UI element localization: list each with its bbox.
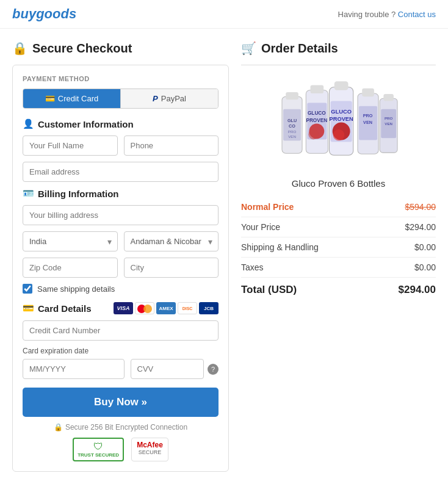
discover-icon: DISC [178,302,197,314]
lock-icon: 🔒 [12,41,27,56]
country-select-wrapper: India United States United Kingdom Canad… [23,231,118,251]
svg-point-20 [333,129,344,141]
svg-text:PROVEN: PROVEN [306,118,327,123]
svg-text:PRO: PRO [287,129,296,134]
email-row [23,162,219,182]
credit-card-icon: 💳 [45,94,55,103]
address-row [23,205,219,225]
payment-method-label: PAYMENT METHOD [23,75,219,82]
name-phone-row [23,135,219,156]
same-shipping-label: Same shipping details [37,284,115,294]
shield-icon: 🛡 [93,441,103,452]
billing-info-title: 🪪 Billing Information [23,188,219,199]
card-details-title: 💳 Card Details [23,303,92,314]
svg-rect-22 [362,88,374,96]
billing-address-input[interactable] [23,205,219,225]
normal-price-row: Normal Price $594.00 [241,197,436,217]
secure-text: 🔒 Secure 256 Bit Encrypted Connection [23,423,219,432]
tab-credit-card[interactable]: 💳 Credit Card [23,89,120,108]
left-panel: 🔒 Secure Checkout PAYMENT METHOD 💳 Credi… [12,41,229,472]
email-input[interactable] [23,162,219,182]
amex-icon: AMEX [156,302,176,314]
taxes-label: Taxes [241,262,264,272]
billing-icon: 🪪 [23,188,34,199]
buy-now-button[interactable]: Buy Now » [23,388,219,417]
svg-rect-27 [383,94,394,101]
logo-goods: goods [36,6,76,21]
same-shipping-checkbox[interactable] [23,284,32,294]
mcafee-sub: SECURE [139,449,162,455]
cvv-wrapper: ? [131,359,219,379]
svg-rect-1 [286,92,298,99]
card-number-row [23,320,219,341]
payment-tabs: 💳 Credit Card P PayPal [23,88,219,109]
lock-secure-icon: 🔒 [54,423,63,432]
total-row: Total (USD) $294.00 [241,278,436,302]
state-select-wrapper: Andaman & Nicobar Maharashtra Delhi Karn… [124,231,219,251]
svg-text:PRO: PRO [363,113,372,118]
security-badges: 🛡 TRUST SECURED McAfee SECURE [23,438,219,461]
svg-text:VEN: VEN [363,120,372,125]
order-details-title: 🛒 Order Details [241,41,436,56]
customer-info-title: 👤 Customer Information [23,118,219,129]
taxes-row: Taxes $0.00 [241,258,436,278]
cvv-help-icon[interactable]: ? [208,364,219,375]
same-shipping-row: Same shipping details [23,284,219,294]
order-divider [241,65,436,65]
zip-input[interactable] [23,258,118,278]
normal-price-value: $594.00 [405,202,436,212]
shipping-value: $0.00 [414,242,436,252]
taxes-value: $0.00 [414,262,436,272]
card-details-icon: 💳 [23,303,34,314]
credit-card-label: Credit Card [58,94,98,103]
visa-icon: VISA [114,302,133,314]
total-label: Total (USD) [241,284,297,296]
right-panel: 🛒 Order Details GLU CO PRO VEN [241,41,436,472]
expiry-input[interactable] [23,359,125,379]
product-image: GLU CO PRO VEN GLUCO PROVEN GL [272,74,406,169]
svg-text:PROVEN: PROVEN [329,116,353,122]
trustguard-badge: 🛡 TRUST SECURED [73,438,124,461]
checkout-title: 🔒 Secure Checkout [12,41,229,56]
product-image-area: GLU CO PRO VEN GLUCO PROVEN GL [241,74,436,171]
svg-text:GLUCO: GLUCO [331,109,352,115]
card-number-input[interactable] [23,320,219,341]
svg-point-13 [308,129,319,140]
contact-link[interactable]: Contact us [398,10,436,19]
mastercard-icon [135,302,154,314]
header-help: Having trouble ? Contact us [338,10,436,19]
state-select[interactable]: Andaman & Nicobar Maharashtra Delhi Karn… [124,231,219,251]
header: buygoods Having trouble ? Contact us [0,0,448,29]
main-container: 🔒 Secure Checkout PAYMENT METHOD 💳 Credi… [0,29,448,484]
paypal-icon: P [153,94,158,103]
svg-text:GLU: GLU [287,118,296,123]
card-expiry-row: ? [23,359,219,379]
city-input[interactable] [124,258,219,278]
product-name: Gluco Proven 6 Bottles [241,178,436,189]
person-icon: 👤 [23,118,34,129]
mcafee-badge: McAfee SECURE [131,438,168,461]
svg-text:GLUCO: GLUCO [307,110,325,116]
svg-text:VEN: VEN [288,134,296,139]
svg-text:CO: CO [289,123,295,129]
card-icons: VISA AMEX DISC JCB [114,302,219,314]
cart-icon: 🛒 [241,41,256,56]
your-price-value: $294.00 [405,222,436,232]
full-name-input[interactable] [23,135,118,156]
your-price-row: Your Price $294.00 [241,217,436,237]
cvv-input[interactable] [131,359,204,379]
svg-text:PRO: PRO [384,116,392,120]
your-price-label: Your Price [241,222,280,232]
country-select[interactable]: India United States United Kingdom Canad… [23,231,118,251]
tab-paypal[interactable]: P PayPal [121,89,218,108]
logo-buy: buy [12,6,36,21]
svg-rect-15 [334,81,348,90]
jcb-icon: JCB [199,302,219,314]
country-state-row: India United States United Kingdom Canad… [23,231,219,251]
expiry-label: Card expiration date [23,347,219,355]
phone-input[interactable] [124,135,219,156]
shipping-row: Shipping & Handling $0.00 [241,237,436,258]
paypal-label: PayPal [161,94,186,103]
svg-rect-8 [310,85,323,93]
shipping-label: Shipping & Handling [241,242,319,252]
